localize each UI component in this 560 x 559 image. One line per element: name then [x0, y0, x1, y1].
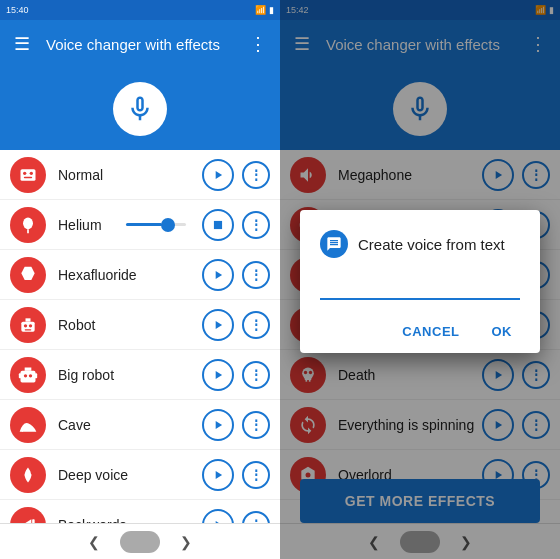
effect-deep-voice[interactable]: Deep voice ⋮ [0, 450, 280, 500]
svg-point-11 [24, 324, 27, 327]
effect-robot[interactable]: Robot ⋮ [0, 300, 280, 350]
effect-name-big-robot: Big robot [58, 367, 202, 383]
nav-bar-left: ❮ ❯ [0, 523, 280, 559]
effect-big-robot[interactable]: Big robot ⋮ [0, 350, 280, 400]
effect-hexafluoride[interactable]: Hexafluoride ⋮ [0, 250, 280, 300]
effect-helium[interactable]: Helium ⋮ [0, 200, 280, 250]
status-time-left: 15:40 [6, 5, 29, 15]
text-to-speech-icon [326, 236, 342, 252]
svg-rect-15 [21, 370, 36, 382]
svg-point-20 [29, 374, 32, 377]
more-dots-hexafluoride[interactable]: ⋮ [242, 261, 270, 289]
stop-button-helium[interactable] [202, 209, 234, 241]
nav-back-left[interactable]: ❮ [68, 534, 120, 550]
svg-marker-14 [216, 320, 222, 328]
effect-icon-normal [10, 157, 46, 193]
more-dots-big-robot[interactable]: ⋮ [242, 361, 270, 389]
nav-home-left[interactable] [120, 531, 160, 553]
svg-point-12 [29, 324, 32, 327]
play-button-hexafluoride[interactable] [202, 259, 234, 291]
effect-icon-helium [10, 207, 46, 243]
play-button-normal[interactable] [202, 159, 234, 191]
effect-cave[interactable]: Cave ⋮ [0, 400, 280, 450]
svg-rect-13 [25, 329, 32, 330]
svg-rect-18 [35, 373, 38, 378]
nav-forward-left[interactable]: ❯ [160, 534, 212, 550]
status-bar-left: 15:40 📶 ▮ [0, 0, 280, 20]
more-dots-deep-voice[interactable]: ⋮ [242, 461, 270, 489]
app-bar-left: ☰ Voice changer with effects ⋮ [0, 20, 280, 68]
svg-marker-21 [216, 370, 222, 378]
effect-icon-robot [10, 307, 46, 343]
svg-rect-16 [25, 367, 32, 370]
svg-point-19 [24, 374, 27, 377]
effect-name-normal: Normal [58, 167, 202, 183]
svg-point-2 [30, 171, 33, 174]
dialog-text-input[interactable] [320, 274, 520, 300]
mic-icon-left [125, 94, 155, 124]
more-dots-backwards[interactable]: ⋮ [242, 511, 270, 524]
svg-marker-24 [216, 470, 222, 478]
battery-icon: ▮ [269, 5, 274, 15]
svg-marker-4 [216, 170, 222, 178]
time-left: 15:40 [6, 5, 29, 15]
mic-area-left [0, 68, 280, 150]
effect-backwards[interactable]: Backwards ⋮ [0, 500, 280, 523]
effect-normal[interactable]: Normal ⋮ [0, 150, 280, 200]
app-title-left: Voice changer with effects [46, 36, 234, 53]
more-dots-robot[interactable]: ⋮ [242, 311, 270, 339]
effect-icon-deep-voice [10, 457, 46, 493]
effect-icon-hexafluoride [10, 257, 46, 293]
effect-name-helium: Helium [58, 217, 126, 233]
play-button-backwards[interactable] [202, 509, 234, 524]
dialog-actions: CANCEL OK [320, 320, 520, 343]
svg-rect-7 [214, 220, 222, 228]
dialog-cancel-button[interactable]: CANCEL [394, 320, 467, 343]
more-dots-cave[interactable]: ⋮ [242, 411, 270, 439]
more-dots-helium[interactable]: ⋮ [242, 211, 270, 239]
svg-rect-10 [26, 318, 31, 321]
right-panel: 15:42 📶 ▮ ☰ Voice changer with effects ⋮… [280, 0, 560, 559]
effect-icon-big-robot [10, 357, 46, 393]
more-dots-normal[interactable]: ⋮ [242, 161, 270, 189]
create-voice-dialog: Create voice from text CANCEL OK [300, 210, 540, 353]
bluetooth-icon: 📶 [255, 5, 266, 15]
dialog-ok-button[interactable]: OK [484, 320, 521, 343]
svg-marker-22 [216, 420, 222, 428]
svg-rect-3 [24, 176, 32, 178]
play-button-big-robot[interactable] [202, 359, 234, 391]
dialog-icon [320, 230, 348, 258]
status-icons-left: 📶 ▮ [255, 5, 274, 15]
play-button-robot[interactable] [202, 309, 234, 341]
left-panel: 15:40 📶 ▮ ☰ Voice changer with effects ⋮… [0, 0, 280, 559]
svg-rect-17 [19, 373, 22, 378]
effect-icon-cave [10, 407, 46, 443]
helium-slider-container[interactable] [126, 223, 202, 226]
effect-name-hexafluoride: Hexafluoride [58, 267, 202, 283]
effects-list-left: Normal ⋮ Helium ⋮ [0, 150, 280, 523]
helium-slider-fill [126, 223, 162, 226]
svg-rect-0 [21, 169, 36, 181]
effect-icon-backwards [10, 507, 46, 524]
svg-marker-8 [216, 270, 222, 278]
more-icon-left[interactable]: ⋮ [246, 33, 270, 55]
effect-name-cave: Cave [58, 417, 202, 433]
hamburger-icon[interactable]: ☰ [10, 33, 34, 55]
play-button-cave[interactable] [202, 409, 234, 441]
dialog-header: Create voice from text [320, 230, 520, 258]
mic-button-left[interactable] [113, 82, 167, 136]
dialog-title: Create voice from text [358, 236, 505, 253]
play-button-deep-voice[interactable] [202, 459, 234, 491]
helium-slider-track[interactable] [126, 223, 186, 226]
effect-name-robot: Robot [58, 317, 202, 333]
svg-point-1 [23, 171, 26, 174]
svg-point-5 [23, 217, 33, 229]
effect-name-deep-voice: Deep voice [58, 467, 202, 483]
helium-slider-thumb[interactable] [161, 218, 175, 232]
